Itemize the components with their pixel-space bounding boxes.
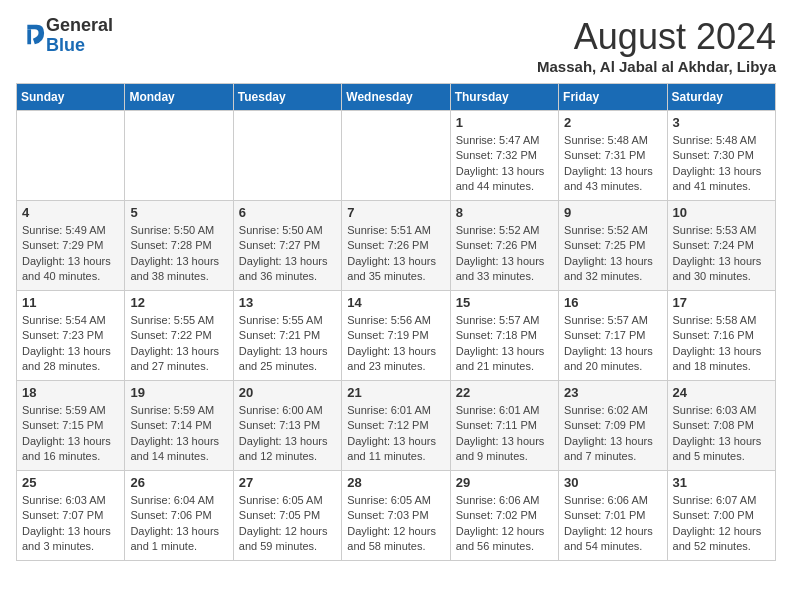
day-info: Sunrise: 6:06 AM Sunset: 7:02 PM Dayligh… [456, 493, 553, 555]
day-number: 26 [130, 475, 227, 490]
day-number: 2 [564, 115, 661, 130]
title-block: August 2024 Massah, Al Jabal al Akhdar, … [537, 16, 776, 75]
calendar-cell: 29Sunrise: 6:06 AM Sunset: 7:02 PM Dayli… [450, 471, 558, 561]
day-info: Sunrise: 6:03 AM Sunset: 7:08 PM Dayligh… [673, 403, 770, 465]
calendar-cell: 10Sunrise: 5:53 AM Sunset: 7:24 PM Dayli… [667, 201, 775, 291]
weekday-header: Thursday [450, 84, 558, 111]
day-number: 9 [564, 205, 661, 220]
calendar-cell [125, 111, 233, 201]
calendar-cell: 20Sunrise: 6:00 AM Sunset: 7:13 PM Dayli… [233, 381, 341, 471]
calendar-cell: 6Sunrise: 5:50 AM Sunset: 7:27 PM Daylig… [233, 201, 341, 291]
calendar-cell: 13Sunrise: 5:55 AM Sunset: 7:21 PM Dayli… [233, 291, 341, 381]
day-number: 5 [130, 205, 227, 220]
calendar-cell: 22Sunrise: 6:01 AM Sunset: 7:11 PM Dayli… [450, 381, 558, 471]
calendar-cell: 28Sunrise: 6:05 AM Sunset: 7:03 PM Dayli… [342, 471, 450, 561]
day-info: Sunrise: 5:50 AM Sunset: 7:28 PM Dayligh… [130, 223, 227, 285]
day-number: 19 [130, 385, 227, 400]
day-number: 28 [347, 475, 444, 490]
day-info: Sunrise: 6:06 AM Sunset: 7:01 PM Dayligh… [564, 493, 661, 555]
calendar-cell: 21Sunrise: 6:01 AM Sunset: 7:12 PM Dayli… [342, 381, 450, 471]
day-info: Sunrise: 6:04 AM Sunset: 7:06 PM Dayligh… [130, 493, 227, 555]
day-number: 29 [456, 475, 553, 490]
logo-icon [18, 20, 46, 48]
day-number: 31 [673, 475, 770, 490]
day-number: 4 [22, 205, 119, 220]
calendar-cell: 2Sunrise: 5:48 AM Sunset: 7:31 PM Daylig… [559, 111, 667, 201]
calendar-cell: 1Sunrise: 5:47 AM Sunset: 7:32 PM Daylig… [450, 111, 558, 201]
day-number: 3 [673, 115, 770, 130]
day-info: Sunrise: 6:03 AM Sunset: 7:07 PM Dayligh… [22, 493, 119, 555]
weekday-header: Monday [125, 84, 233, 111]
day-info: Sunrise: 5:51 AM Sunset: 7:26 PM Dayligh… [347, 223, 444, 285]
calendar-week-row: 4Sunrise: 5:49 AM Sunset: 7:29 PM Daylig… [17, 201, 776, 291]
calendar-cell: 18Sunrise: 5:59 AM Sunset: 7:15 PM Dayli… [17, 381, 125, 471]
weekday-header: Tuesday [233, 84, 341, 111]
calendar-cell: 23Sunrise: 6:02 AM Sunset: 7:09 PM Dayli… [559, 381, 667, 471]
day-info: Sunrise: 6:00 AM Sunset: 7:13 PM Dayligh… [239, 403, 336, 465]
day-number: 14 [347, 295, 444, 310]
day-info: Sunrise: 6:01 AM Sunset: 7:12 PM Dayligh… [347, 403, 444, 465]
day-number: 18 [22, 385, 119, 400]
day-number: 25 [22, 475, 119, 490]
day-info: Sunrise: 5:53 AM Sunset: 7:24 PM Dayligh… [673, 223, 770, 285]
calendar-week-row: 1Sunrise: 5:47 AM Sunset: 7:32 PM Daylig… [17, 111, 776, 201]
calendar-cell [233, 111, 341, 201]
logo-text: General Blue [46, 16, 113, 56]
calendar-cell [342, 111, 450, 201]
day-info: Sunrise: 6:02 AM Sunset: 7:09 PM Dayligh… [564, 403, 661, 465]
day-info: Sunrise: 5:57 AM Sunset: 7:18 PM Dayligh… [456, 313, 553, 375]
calendar-cell: 12Sunrise: 5:55 AM Sunset: 7:22 PM Dayli… [125, 291, 233, 381]
day-number: 8 [456, 205, 553, 220]
calendar-cell: 16Sunrise: 5:57 AM Sunset: 7:17 PM Dayli… [559, 291, 667, 381]
calendar-cell: 30Sunrise: 6:06 AM Sunset: 7:01 PM Dayli… [559, 471, 667, 561]
day-info: Sunrise: 5:50 AM Sunset: 7:27 PM Dayligh… [239, 223, 336, 285]
day-number: 23 [564, 385, 661, 400]
calendar-week-row: 18Sunrise: 5:59 AM Sunset: 7:15 PM Dayli… [17, 381, 776, 471]
calendar-cell: 3Sunrise: 5:48 AM Sunset: 7:30 PM Daylig… [667, 111, 775, 201]
calendar-week-row: 11Sunrise: 5:54 AM Sunset: 7:23 PM Dayli… [17, 291, 776, 381]
day-number: 16 [564, 295, 661, 310]
calendar-cell: 25Sunrise: 6:03 AM Sunset: 7:07 PM Dayli… [17, 471, 125, 561]
weekday-header: Saturday [667, 84, 775, 111]
day-info: Sunrise: 5:58 AM Sunset: 7:16 PM Dayligh… [673, 313, 770, 375]
calendar-table: SundayMondayTuesdayWednesdayThursdayFrid… [16, 83, 776, 561]
weekday-header-row: SundayMondayTuesdayWednesdayThursdayFrid… [17, 84, 776, 111]
calendar-cell: 17Sunrise: 5:58 AM Sunset: 7:16 PM Dayli… [667, 291, 775, 381]
day-info: Sunrise: 5:52 AM Sunset: 7:26 PM Dayligh… [456, 223, 553, 285]
day-info: Sunrise: 5:48 AM Sunset: 7:30 PM Dayligh… [673, 133, 770, 195]
day-info: Sunrise: 5:59 AM Sunset: 7:15 PM Dayligh… [22, 403, 119, 465]
weekday-header: Friday [559, 84, 667, 111]
day-info: Sunrise: 5:59 AM Sunset: 7:14 PM Dayligh… [130, 403, 227, 465]
day-number: 21 [347, 385, 444, 400]
day-info: Sunrise: 6:05 AM Sunset: 7:05 PM Dayligh… [239, 493, 336, 555]
calendar-cell: 27Sunrise: 6:05 AM Sunset: 7:05 PM Dayli… [233, 471, 341, 561]
day-number: 20 [239, 385, 336, 400]
day-info: Sunrise: 6:07 AM Sunset: 7:00 PM Dayligh… [673, 493, 770, 555]
day-number: 6 [239, 205, 336, 220]
calendar-cell: 11Sunrise: 5:54 AM Sunset: 7:23 PM Dayli… [17, 291, 125, 381]
calendar-cell: 5Sunrise: 5:50 AM Sunset: 7:28 PM Daylig… [125, 201, 233, 291]
day-info: Sunrise: 5:54 AM Sunset: 7:23 PM Dayligh… [22, 313, 119, 375]
day-number: 13 [239, 295, 336, 310]
day-info: Sunrise: 5:57 AM Sunset: 7:17 PM Dayligh… [564, 313, 661, 375]
location: Massah, Al Jabal al Akhdar, Libya [537, 58, 776, 75]
day-number: 24 [673, 385, 770, 400]
logo: General Blue [16, 16, 113, 56]
day-number: 22 [456, 385, 553, 400]
calendar-cell: 31Sunrise: 6:07 AM Sunset: 7:00 PM Dayli… [667, 471, 775, 561]
calendar-cell: 15Sunrise: 5:57 AM Sunset: 7:18 PM Dayli… [450, 291, 558, 381]
day-number: 30 [564, 475, 661, 490]
weekday-header: Sunday [17, 84, 125, 111]
day-info: Sunrise: 5:56 AM Sunset: 7:19 PM Dayligh… [347, 313, 444, 375]
day-info: Sunrise: 5:47 AM Sunset: 7:32 PM Dayligh… [456, 133, 553, 195]
month-title: August 2024 [537, 16, 776, 58]
calendar-week-row: 25Sunrise: 6:03 AM Sunset: 7:07 PM Dayli… [17, 471, 776, 561]
calendar-cell: 14Sunrise: 5:56 AM Sunset: 7:19 PM Dayli… [342, 291, 450, 381]
day-number: 17 [673, 295, 770, 310]
day-info: Sunrise: 5:55 AM Sunset: 7:22 PM Dayligh… [130, 313, 227, 375]
day-number: 11 [22, 295, 119, 310]
day-info: Sunrise: 5:49 AM Sunset: 7:29 PM Dayligh… [22, 223, 119, 285]
day-info: Sunrise: 5:52 AM Sunset: 7:25 PM Dayligh… [564, 223, 661, 285]
day-number: 1 [456, 115, 553, 130]
calendar-cell: 9Sunrise: 5:52 AM Sunset: 7:25 PM Daylig… [559, 201, 667, 291]
